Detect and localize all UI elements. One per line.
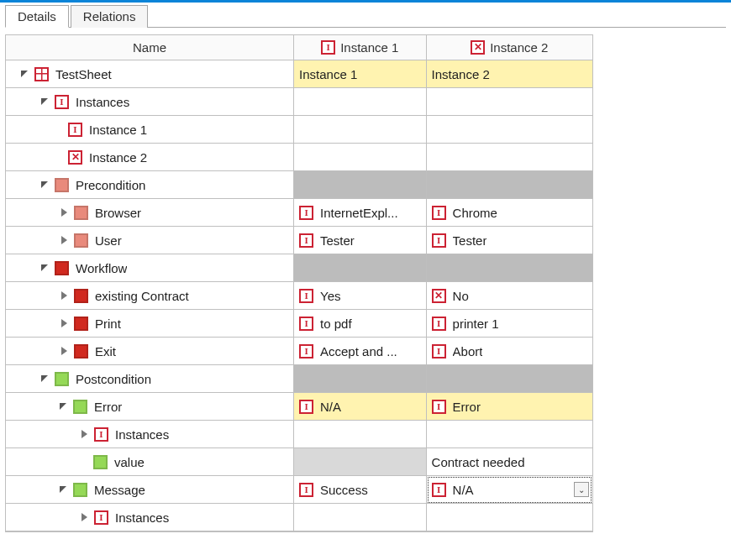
tree-label: Print — [95, 317, 121, 331]
toggle-icon[interactable] — [41, 375, 48, 382]
precondition-icon — [55, 178, 69, 192]
instance-icon: I — [321, 40, 335, 55]
tree-label: Instances — [115, 427, 169, 442]
tree-label: Instances — [115, 510, 169, 525]
tab-relations-label: Relations — [83, 9, 136, 24]
toggle-icon[interactable] — [61, 291, 67, 300]
data-grid: Name I Instance 1 ✕ Instance 2 TestSheet… — [5, 34, 593, 532]
instance-icon: I — [299, 317, 313, 331]
row-existing-contract[interactable]: existing Contract IYes ✕No — [6, 282, 592, 310]
row-message-instances[interactable]: I Instances — [6, 504, 592, 531]
instance-icon: I — [432, 233, 446, 248]
workflow-icon — [74, 317, 88, 331]
row-postcondition[interactable]: Postcondition — [6, 365, 592, 393]
header-instance2[interactable]: ✕ Instance 2 — [427, 35, 592, 60]
postcondition-icon — [55, 372, 69, 386]
instance-icon: I — [432, 400, 446, 414]
row-exit[interactable]: Exit IAccept and ... IAbort — [6, 338, 592, 365]
row-print[interactable]: Print Ito pdf Iprinter 1 — [6, 310, 592, 338]
instance-icon: I — [432, 344, 446, 359]
tree-label: Instance 2 — [89, 150, 147, 165]
cell-value: Yes — [320, 289, 340, 303]
toggle-icon[interactable] — [21, 71, 28, 77]
workflow-icon — [55, 261, 69, 275]
instance-icon: I — [94, 510, 108, 525]
tree-label: existing Contract — [95, 289, 189, 303]
cell-value: Error — [453, 400, 481, 414]
tree-label: Postcondition — [76, 372, 151, 386]
instance-icon: I — [299, 206, 313, 220]
cell-value: Success — [320, 483, 368, 497]
postcondition-icon — [73, 483, 87, 497]
toggle-icon[interactable] — [82, 430, 87, 438]
toggle-icon[interactable] — [41, 264, 48, 271]
row-instance-2[interactable]: ✕ Instance 2 — [6, 144, 592, 171]
postcondition-icon — [73, 400, 87, 414]
instance-x-icon: ✕ — [68, 150, 82, 165]
tree-label: Browser — [95, 206, 141, 220]
row-error[interactable]: Error IN/A IError — [6, 393, 592, 421]
instance-icon: I — [299, 483, 313, 497]
row-instances[interactable]: I Instances — [6, 88, 592, 116]
workflow-icon — [74, 344, 88, 359]
row-workflow[interactable]: Workflow — [6, 254, 592, 282]
cell-value: Instance 1 — [299, 67, 357, 81]
cell-value: N/A — [453, 483, 474, 497]
testsheet-icon — [34, 67, 49, 81]
cell-value: No — [453, 289, 469, 303]
header-instance1-label: Instance 1 — [340, 40, 398, 55]
toggle-icon[interactable] — [60, 486, 66, 493]
toggle-icon[interactable] — [61, 319, 67, 327]
row-message[interactable]: Message ISuccess I N/A ⌄ — [6, 476, 592, 504]
chevron-down-icon[interactable]: ⌄ — [574, 482, 589, 497]
tabs-bar: Details Relations — [5, 4, 726, 28]
tree-label: User — [95, 233, 122, 248]
cell-value: Tester — [320, 233, 355, 248]
toggle-icon[interactable] — [41, 181, 48, 188]
tab-details[interactable]: Details — [5, 5, 69, 28]
header-name[interactable]: Name — [6, 35, 294, 60]
instance-icon: I — [432, 206, 446, 220]
cell-value: Tester — [453, 233, 487, 248]
message-inst2-dropdown[interactable]: I N/A ⌄ — [427, 476, 592, 504]
row-error-instances[interactable]: I Instances — [6, 421, 592, 448]
toggle-icon[interactable] — [82, 513, 87, 521]
cell-value: Chrome — [453, 206, 497, 220]
header-instance2-label: Instance 2 — [490, 40, 548, 55]
cell-value: printer 1 — [453, 317, 499, 331]
instance-icon: I — [299, 344, 313, 359]
postcondition-icon — [93, 455, 108, 469]
row-precondition[interactable]: Precondition — [6, 171, 592, 199]
tree-label: Instance 1 — [89, 123, 147, 137]
instance-x-icon: ✕ — [432, 289, 446, 303]
toggle-icon[interactable] — [41, 98, 48, 105]
cell-value: InternetExpl... — [320, 206, 398, 220]
cell-value: Instance 2 — [432, 67, 490, 81]
header-row: Name I Instance 1 ✕ Instance 2 — [6, 35, 592, 60]
tree-label: Message — [94, 483, 145, 497]
row-instance-1[interactable]: I Instance 1 — [6, 116, 592, 144]
cell-value: N/A — [320, 400, 341, 414]
toggle-icon[interactable] — [61, 208, 67, 217]
row-user[interactable]: User ITester ITester — [6, 227, 592, 254]
toggle-icon[interactable] — [61, 347, 67, 355]
toggle-icon[interactable] — [60, 403, 66, 410]
header-instance1[interactable]: I Instance 1 — [294, 35, 427, 60]
tree-label: Instances — [76, 95, 129, 109]
instance-icon: I — [432, 483, 446, 497]
workflow-icon — [74, 289, 88, 303]
cell-value: Abort — [453, 344, 483, 359]
tree-label: TestSheet — [55, 67, 112, 81]
header-name-label: Name — [133, 40, 166, 55]
instance-icon: I — [432, 317, 446, 331]
tab-details-label: Details — [18, 9, 56, 24]
tree-label: Precondition — [76, 178, 145, 192]
instance-x-icon: ✕ — [471, 40, 485, 55]
row-error-value[interactable]: value Contract needed — [6, 448, 592, 476]
toggle-icon[interactable] — [61, 236, 67, 244]
row-browser[interactable]: Browser IInternetExpl... IChrome — [6, 199, 592, 227]
row-testsheet[interactable]: TestSheet Instance 1 Instance 2 — [6, 60, 592, 88]
tree-label: value — [114, 455, 145, 469]
tab-relations[interactable]: Relations — [71, 5, 149, 28]
instance-icon: I — [55, 95, 69, 109]
